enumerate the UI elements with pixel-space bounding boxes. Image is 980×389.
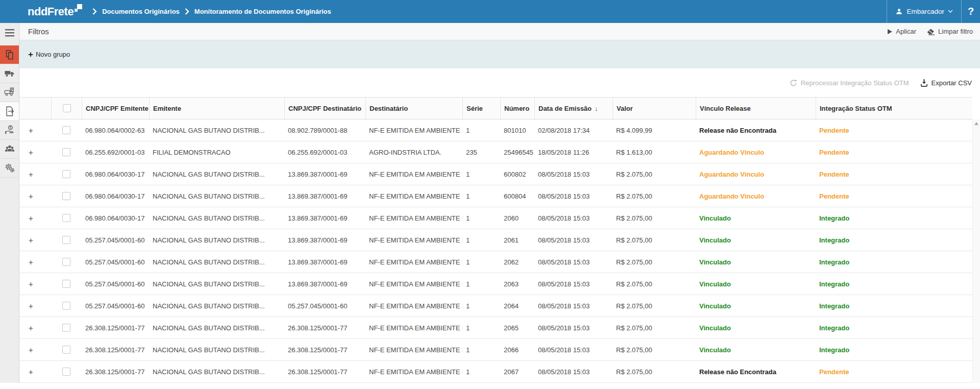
cell-valor: R$ 2.075,00 <box>612 295 696 317</box>
cell-cnpj-destinatario: 13.869.387/0001-69 <box>284 273 365 295</box>
cell-cnpj-destinatario: 13.869.387/0001-69 <box>284 207 365 229</box>
row-checkbox[interactable] <box>62 302 70 310</box>
row-checkbox[interactable] <box>62 346 70 354</box>
table-body: + 06.980.064/0002-63 NACIONAL GAS BUTANO… <box>19 119 972 383</box>
new-group-label: Novo grupo <box>36 51 70 58</box>
play-icon <box>887 29 893 35</box>
row-checkbox[interactable] <box>62 368 70 376</box>
cell-integracao-status: Pendente <box>816 141 972 163</box>
header-cnpj-destinatario[interactable]: CNPJ/CPF Destinatário <box>284 98 365 119</box>
table-row: + 26.308.125/0001-77 NACIONAL GAS BUTANO… <box>19 339 972 361</box>
expand-row-button[interactable]: + <box>29 280 33 288</box>
table-row: + 05.257.045/0001-60 NACIONAL GAS BUTANO… <box>19 273 972 295</box>
sidebar-item-transporte[interactable] <box>0 64 19 83</box>
cell-integracao-status: Pendente <box>816 185 972 207</box>
apply-filter-button[interactable]: Aplicar <box>887 28 916 35</box>
new-group-button[interactable]: + Novo grupo <box>28 51 70 58</box>
scroll-up-icon[interactable] <box>974 122 978 125</box>
cell-valor: R$ 2.075,00 <box>612 185 696 207</box>
row-checkbox[interactable] <box>62 148 70 156</box>
checkbox-cell <box>51 119 82 141</box>
expand-row-button[interactable]: + <box>29 346 33 354</box>
export-csv-button[interactable]: Exportar CSV <box>920 79 972 87</box>
expand-cell: + <box>19 295 51 317</box>
expand-row-button[interactable]: + <box>29 214 33 223</box>
cell-integracao-status: Integrado <box>816 317 972 338</box>
row-checkbox[interactable] <box>62 236 70 244</box>
table-row: + 06.980.064/0030-17 NACIONAL GAS BUTANO… <box>19 185 972 207</box>
header-emitente[interactable]: Emitente <box>149 98 284 119</box>
table-header-row: CNPJ/CPF Emitente Emitente CNPJ/CPF Dest… <box>19 97 972 119</box>
refresh-icon <box>790 79 797 87</box>
cell-numero: 25496545 <box>500 141 534 163</box>
header-serie[interactable]: Série <box>462 98 500 119</box>
sidebar-menu-toggle[interactable] <box>0 23 19 42</box>
breadcrumb-item-documentos[interactable]: Documentos Originários <box>102 8 180 15</box>
cell-destinatario: NF-E EMITIDA EM AMBIENTE DE ... <box>365 317 462 338</box>
row-checkbox[interactable] <box>62 258 70 266</box>
app-logo[interactable]: nddFrete <box>28 5 82 18</box>
sidebar-item-exportacao-documentos[interactable] <box>0 102 19 121</box>
header-data-emissao[interactable]: Data de Emissão ↓ <box>534 98 612 119</box>
cell-cnpj-emitente: 06.980.064/0030-17 <box>82 163 149 185</box>
vertical-scrollbar[interactable] <box>972 119 980 383</box>
row-checkbox[interactable] <box>62 192 70 200</box>
cell-numero: 2067 <box>500 361 534 382</box>
breadcrumb: Documentos Originários Monitoramento de … <box>92 8 331 15</box>
clear-filter-button[interactable]: Limpar filtro <box>926 28 973 35</box>
row-checkbox[interactable] <box>62 324 70 332</box>
row-checkbox[interactable] <box>62 214 70 222</box>
cell-cnpj-emitente: 05.257.045/0001-60 <box>82 229 149 251</box>
breadcrumb-item-monitoramento[interactable]: Monitoramento de Documentos Originários <box>194 8 331 15</box>
row-checkbox[interactable] <box>62 126 70 134</box>
expand-row-button[interactable]: + <box>29 302 33 310</box>
expand-row-button[interactable]: + <box>29 368 33 376</box>
header-destinatario[interactable]: Destinatário <box>365 98 462 119</box>
expand-cell: + <box>19 163 51 185</box>
expand-row-button[interactable]: + <box>29 126 33 135</box>
expand-row-button[interactable]: + <box>29 324 33 332</box>
expand-row-button[interactable]: + <box>29 170 33 179</box>
cell-emitente: NACIONAL GAS BUTANO DISTRIB... <box>149 207 284 229</box>
header-integracao-status-otm[interactable]: Integração Status OTM <box>816 98 972 119</box>
sidebar-item-configuracoes[interactable] <box>0 159 19 178</box>
person-icon <box>895 8 903 15</box>
header-vinculo-release[interactable]: Vínculo Release <box>696 98 816 119</box>
reprocess-otm-label: Reprocessar Integração Status OTM <box>801 79 909 87</box>
cell-vinculo-release: Vinculado <box>696 295 816 317</box>
expand-row-button[interactable]: + <box>29 258 33 266</box>
expand-row-button[interactable]: + <box>29 148 33 157</box>
header-cnpj-emitente[interactable]: CNPJ/CPF Emitente <box>82 98 149 119</box>
select-all-checkbox[interactable] <box>63 104 71 112</box>
cell-numero: 600802 <box>500 163 534 185</box>
checkbox-cell <box>51 229 82 251</box>
checkbox-cell <box>51 207 82 229</box>
row-checkbox[interactable] <box>62 280 70 288</box>
hand-coin-icon: $ <box>4 125 15 136</box>
sidebar-item-usuarios[interactable] <box>0 140 19 159</box>
row-checkbox[interactable] <box>62 170 70 178</box>
cell-emitente: NACIONAL GAS BUTANO DISTRIB... <box>149 229 284 251</box>
header-numero[interactable]: Número <box>500 98 534 119</box>
header-valor[interactable]: Valor <box>612 98 696 119</box>
cell-cnpj-destinatario: 08.902.789/0001-88 <box>284 119 365 141</box>
cell-cnpj-emitente: 26.308.125/0001-77 <box>82 317 149 338</box>
expand-cell: + <box>19 273 51 295</box>
sidebar-icon-rail: $ <box>0 23 19 383</box>
sidebar-item-documentos-originarios[interactable] <box>0 45 19 64</box>
expand-row-button[interactable]: + <box>29 192 33 201</box>
documents-icon <box>4 49 15 60</box>
sidebar-item-financeiro[interactable]: $ <box>0 121 19 140</box>
cell-vinculo-release: Vinculado <box>696 251 816 273</box>
sidebar-item-documentos-transporte[interactable] <box>0 83 19 102</box>
cell-destinatario: NF-E EMITIDA EM AMBIENTE DE ... <box>365 163 462 185</box>
truck-document-icon <box>4 87 15 98</box>
grid-toolbar: Reprocessar Integração Status OTM Export… <box>19 68 980 97</box>
help-button[interactable]: ? <box>961 0 980 23</box>
expand-cell: + <box>19 339 51 360</box>
reprocess-otm-button[interactable]: Reprocessar Integração Status OTM <box>790 79 909 87</box>
cell-cnpj-destinatario: 13.869.387/0001-69 <box>284 163 365 185</box>
expand-row-button[interactable]: + <box>29 236 33 245</box>
user-role-menu[interactable]: Embarcador <box>887 0 961 23</box>
document-export-icon <box>4 106 15 117</box>
